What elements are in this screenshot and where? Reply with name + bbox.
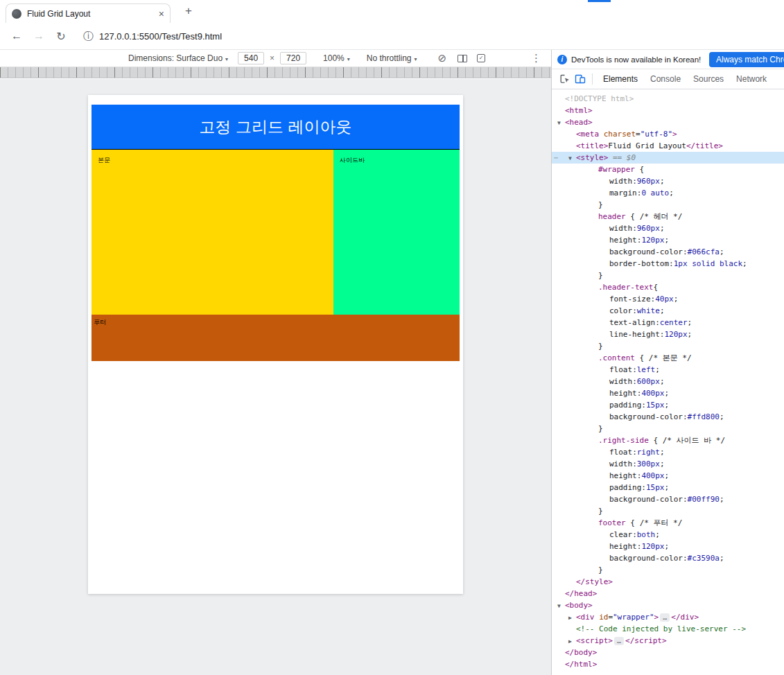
dom-tree-row[interactable]: } bbox=[552, 199, 784, 211]
expand-arrow-down-icon[interactable]: ▼ bbox=[557, 117, 565, 129]
code-token: background-color bbox=[609, 554, 683, 563]
dom-tree-row[interactable]: </style> bbox=[552, 576, 784, 588]
code-token: > bbox=[672, 130, 677, 139]
inspect-element-icon[interactable] bbox=[557, 72, 573, 86]
dom-tree-row[interactable]: font-size:40px; bbox=[552, 293, 784, 305]
browser-tab[interactable]: Fluid Grid Layout × bbox=[6, 3, 171, 23]
dom-tree-row[interactable]: </head> bbox=[552, 588, 784, 599]
dom-tree-row[interactable]: float:left; bbox=[552, 364, 784, 376]
expand-arrow-right-icon[interactable]: ▶ bbox=[568, 635, 576, 647]
dom-tree-row[interactable]: height:120px; bbox=[552, 234, 784, 246]
viewport-height-input[interactable] bbox=[280, 52, 306, 64]
expand-arrow-down-icon[interactable]: ▼ bbox=[568, 152, 576, 164]
throttling-select[interactable]: No throttling▾ bbox=[367, 53, 417, 63]
reload-icon[interactable]: ↻ bbox=[50, 30, 72, 43]
code-token: "utf-8" bbox=[641, 130, 672, 139]
code-token: .content bbox=[598, 353, 635, 362]
code-token: line-height bbox=[609, 330, 660, 339]
forward-icon[interactable]: → bbox=[28, 30, 50, 42]
dom-tree-row[interactable]: <html> bbox=[552, 105, 784, 116]
dom-tree-row[interactable]: .right-side { /* 사이드 바 */ bbox=[552, 435, 784, 446]
expand-arrow-down-icon[interactable]: ▼ bbox=[557, 600, 565, 612]
dom-tree-row[interactable]: width:960px; bbox=[552, 175, 784, 187]
dom-tree-row[interactable]: </body> bbox=[552, 647, 784, 658]
dimensions-select[interactable]: Dimensions: Surface Duo▾ bbox=[128, 53, 228, 63]
tab-console[interactable]: Console bbox=[644, 69, 687, 89]
expand-arrow-right-icon[interactable]: ▶ bbox=[568, 612, 576, 624]
code-token: </html> bbox=[565, 660, 597, 669]
dom-tree-row[interactable]: </html> bbox=[552, 658, 784, 670]
dom-tree-row[interactable]: ▼<body> bbox=[552, 599, 784, 611]
dom-tree-row[interactable]: background-color:#066cfa; bbox=[552, 246, 784, 258]
new-tab-button[interactable]: + bbox=[180, 3, 197, 19]
code-token: width bbox=[609, 224, 632, 233]
dom-tree-row[interactable]: height:400px; bbox=[552, 470, 784, 482]
dom-tree-row[interactable]: padding:15px; bbox=[552, 482, 784, 493]
row-actions-icon[interactable]: ⋯ bbox=[554, 152, 558, 164]
dom-tree-row[interactable]: ▶<div id="wrapper">…</div> bbox=[552, 611, 784, 623]
dom-tree-row[interactable]: footer { /* 푸터 */ bbox=[552, 517, 784, 529]
tab-close-icon[interactable]: × bbox=[159, 8, 164, 19]
more-options-icon[interactable]: ⋮ bbox=[531, 52, 541, 64]
code-token: } bbox=[598, 566, 603, 575]
block-icon[interactable]: ⊘ bbox=[438, 52, 447, 64]
columns-icon[interactable] bbox=[458, 55, 467, 62]
dom-tree-row[interactable]: margin:0 auto; bbox=[552, 187, 784, 199]
tab-title: Fluid Grid Layout bbox=[27, 9, 155, 19]
tab-sources[interactable]: Sources bbox=[687, 69, 730, 89]
dom-tree-row[interactable]: <!-- Code injected by live-server --> bbox=[552, 623, 784, 635]
code-token: .right-side bbox=[598, 436, 649, 445]
dom-tree-row[interactable]: clear:both; bbox=[552, 529, 784, 541]
dom-tree-row[interactable]: .content { /* 본문 */ bbox=[552, 352, 784, 364]
back-icon[interactable]: ← bbox=[6, 30, 28, 42]
navigation-bar: ← → ↻ ⓘ 127.0.0.1:5500/Test/Test9.html bbox=[0, 23, 784, 50]
code-token: font-size bbox=[609, 295, 651, 304]
dom-tree-row[interactable]: } bbox=[552, 340, 784, 352]
dom-tree-row[interactable]: background-color:#ffd800; bbox=[552, 411, 784, 423]
dom-tree-row[interactable]: header { /* 헤더 */ bbox=[552, 211, 784, 222]
dom-tree-row[interactable]: background-color:#00ff90; bbox=[552, 493, 784, 505]
dom-tree-row[interactable]: #wrapper { bbox=[552, 164, 784, 175]
dom-tree-row[interactable]: <!DOCTYPE html> bbox=[552, 93, 784, 105]
dom-tree-row[interactable]: float:right; bbox=[552, 446, 784, 458]
dom-tree-row[interactable]: <meta charset="utf-8"> bbox=[552, 128, 784, 140]
dom-tree-row[interactable]: .header-text{ bbox=[552, 281, 784, 293]
dom-tree-row[interactable]: background-color:#c3590a; bbox=[552, 552, 784, 564]
tab-network[interactable]: Network bbox=[730, 69, 773, 89]
dom-tree-row[interactable]: height:400px; bbox=[552, 387, 784, 399]
throttling-value: No throttling bbox=[367, 53, 412, 63]
code-token: 400px bbox=[641, 389, 664, 398]
code-token: clear bbox=[609, 530, 632, 539]
viewport-width-input[interactable] bbox=[238, 52, 264, 64]
dom-tree-row[interactable]: ▼<head> bbox=[552, 116, 784, 128]
address-bar[interactable]: 127.0.0.1:5500/Test/Test9.html bbox=[99, 31, 222, 42]
dom-tree-row[interactable]: text-align:center; bbox=[552, 317, 784, 328]
code-token: : bbox=[632, 177, 637, 186]
code-token: header bbox=[598, 212, 626, 221]
dom-tree-row[interactable]: } bbox=[552, 423, 784, 435]
dom-tree-row[interactable]: border-bottom:1px solid black; bbox=[552, 258, 784, 270]
code-token: 40px bbox=[655, 295, 674, 304]
dom-tree-row[interactable]: padding:15px; bbox=[552, 399, 784, 411]
dom-tree-row[interactable]: line-height:120px; bbox=[552, 328, 784, 340]
site-info-icon[interactable]: ⓘ bbox=[83, 30, 94, 43]
match-language-button[interactable]: Always match Chro bbox=[709, 52, 784, 67]
dom-tree-row[interactable]: height:120px; bbox=[552, 541, 784, 552]
dom-tree-row[interactable]: } bbox=[552, 270, 784, 281]
dom-tree-row[interactable]: width:600px; bbox=[552, 376, 784, 387]
dom-tree-row[interactable]: width:960px; bbox=[552, 222, 784, 234]
tab-elements[interactable]: Elements bbox=[597, 69, 644, 89]
dom-tree-row[interactable]: } bbox=[552, 564, 784, 576]
dom-tree-row[interactable]: } bbox=[552, 505, 784, 517]
dom-tree-row[interactable]: <title>Fluid Grid Layout</title> bbox=[552, 140, 784, 152]
zoom-select[interactable]: 100%▾ bbox=[323, 53, 350, 63]
dom-tree-row[interactable]: ⋯▼<style> == $0 bbox=[552, 152, 784, 164]
dom-tree-row[interactable]: ▶<script>…</script> bbox=[552, 635, 784, 647]
page-wrapper: 고정 그리드 레이아웃 본문 사이드바 푸터 bbox=[92, 105, 460, 361]
dom-tree-row[interactable]: width:300px; bbox=[552, 458, 784, 470]
code-token: } bbox=[598, 342, 603, 351]
dom-tree-row[interactable]: color:white; bbox=[552, 305, 784, 317]
device-toolbar-icon[interactable] bbox=[573, 72, 588, 86]
checkbox-icon[interactable]: ✓ bbox=[477, 54, 485, 62]
code-token: ; bbox=[665, 389, 670, 398]
